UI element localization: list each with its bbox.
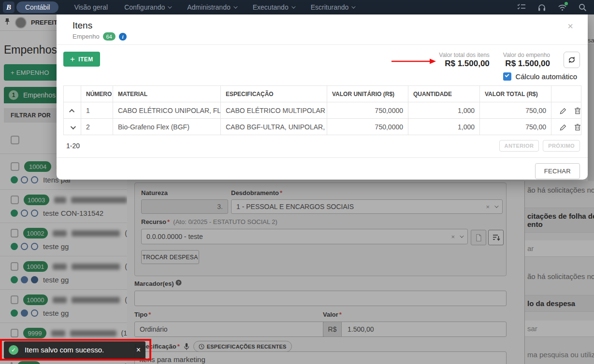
expand-row-toggle[interactable] (64, 119, 81, 135)
menu-configurando[interactable]: Configurando (124, 3, 171, 11)
close-icon[interactable]: × (567, 21, 573, 31)
cell-especificacao: CABO BGF-ULTRA, UNIPOLAR, E... (221, 119, 327, 135)
col-especificacao: ESPECIFICAÇÃO (221, 86, 327, 102)
col-actions (551, 86, 581, 102)
info-icon[interactable]: i (119, 33, 127, 41)
modal-header: Itens Empenho 64 i × (57, 14, 588, 45)
modal-title: Itens (72, 20, 574, 31)
navbar-icons (517, 3, 587, 12)
toast-message: Item salvo com sucesso. (25, 346, 104, 354)
itens-modal: Itens Empenho 64 i × + ITEM Valor total … (57, 14, 588, 180)
delete-icon[interactable] (574, 124, 581, 131)
search-icon[interactable] (578, 3, 587, 12)
pagination-range: 1-20 (66, 142, 80, 150)
next-page-button[interactable]: PRÓXIMO (543, 140, 580, 152)
items-table-wrap: NÚMERO MATERIAL ESPECIFICAÇÃO VALOR UNIT… (57, 84, 588, 135)
empenho-id-badge: 64 (103, 32, 116, 41)
col-material: MATERIAL (113, 86, 221, 102)
annotation-arrow (391, 58, 436, 65)
menu-escriturando[interactable]: Escriturando (311, 3, 355, 11)
headset-icon[interactable] (537, 3, 547, 12)
cell-valor-total: 750,00 (480, 102, 551, 119)
cell-valor-total: 750,00 (480, 119, 551, 135)
col-valor-unitario: VALOR UNITÁRIO (R$) (327, 86, 408, 102)
close-icon[interactable]: × (136, 346, 141, 354)
cell-numero: 1 (81, 102, 113, 119)
refresh-icon (567, 56, 576, 64)
expand-row-toggle[interactable] (64, 102, 81, 119)
col-quantidade: QUANTIDADE (408, 86, 480, 102)
items-table: NÚMERO MATERIAL ESPECIFICAÇÃO VALOR UNIT… (63, 85, 581, 135)
cell-valor-unitario: 750,0000 (327, 119, 408, 135)
chevron-down-icon (168, 4, 172, 8)
chevron-down-icon (233, 4, 237, 8)
cell-valor-unitario: 750,0000 (327, 102, 408, 119)
cell-quantidade: 1,000 (408, 119, 480, 135)
brand-logo-letter: B (6, 3, 11, 12)
product-tab[interactable]: Contábil (16, 1, 58, 13)
cell-material: Bio-Grafeno Flex (BGF) (113, 119, 221, 135)
menu-executando[interactable]: Executando (253, 3, 294, 11)
table-row: 2 Bio-Grafeno Flex (BGF) CABO BGF-ULTRA,… (64, 119, 581, 135)
delete-icon[interactable] (574, 107, 581, 114)
col-numero: NÚMERO (81, 86, 113, 102)
fechar-button[interactable]: FECHAR (535, 163, 580, 179)
total-empenho: Valor do empenho R$ 1.500,00 (503, 52, 550, 69)
menu-administrando[interactable]: Administrando (187, 3, 236, 11)
total-itens: Valor total dos itens R$ 1.500,00 (439, 52, 490, 69)
modal-subtitle: Empenho (72, 33, 100, 40)
col-expand (64, 86, 81, 102)
success-toast: ✓ Item salvo com sucesso. × (4, 341, 145, 359)
table-header-row: NÚMERO MATERIAL ESPECIFICAÇÃO VALOR UNIT… (64, 86, 581, 102)
cell-actions (551, 102, 581, 119)
product-name: Contábil (25, 3, 50, 11)
col-valor-total: VALOR TOTAL (R$) (480, 86, 551, 102)
auto-calc-label: Cálculo automático (515, 72, 577, 81)
online-status-dot (565, 2, 568, 5)
cell-material: CABO ELÉTRICO UNIPOLAR, FLE... (113, 102, 221, 119)
annotation-highlight-box: ✓ Item salvo com sucesso. × (0, 339, 151, 361)
menu-visao-geral[interactable]: Visão geral (74, 3, 108, 11)
pagination: 1-20 ANTERIOR PRÓXIMO (57, 135, 588, 157)
cell-especificacao: CABO ELÉTRICO MULTIPOLAR (... (221, 102, 327, 119)
cell-quantidade: 1,000 (408, 102, 480, 119)
cell-numero: 2 (81, 119, 113, 135)
edit-icon[interactable] (559, 124, 566, 131)
main-menu: Visão geral Configurando Administrando E… (74, 3, 354, 11)
chevron-down-icon (70, 124, 75, 129)
previous-page-button[interactable]: ANTERIOR (499, 140, 539, 152)
cell-actions (551, 119, 581, 135)
add-item-button[interactable]: + ITEM (63, 52, 100, 67)
auto-calc-row: Cálculo automático (57, 70, 588, 84)
table-row: 1 CABO ELÉTRICO UNIPOLAR, FLE... CABO EL… (64, 102, 581, 119)
top-navbar: B Contábil Visão geral Configurando Admi… (0, 0, 594, 14)
brand-logo[interactable]: B (3, 1, 14, 13)
edit-icon[interactable] (559, 107, 566, 114)
auto-calc-checkbox[interactable] (503, 72, 511, 81)
chevron-down-icon (291, 4, 295, 8)
success-check-icon: ✓ (9, 345, 18, 355)
plus-icon: + (70, 55, 75, 64)
tasks-icon[interactable] (517, 3, 526, 12)
refresh-button[interactable] (564, 52, 580, 68)
app-page: B Contábil Visão geral Configurando Admi… (0, 0, 594, 364)
modal-footer: FECHAR (57, 157, 588, 184)
wifi-icon[interactable] (557, 3, 567, 12)
chevron-up-icon (69, 109, 74, 114)
chevron-down-icon (351, 4, 355, 8)
modal-toolbar: + ITEM Valor total dos itens R$ 1.500,00… (57, 45, 588, 70)
